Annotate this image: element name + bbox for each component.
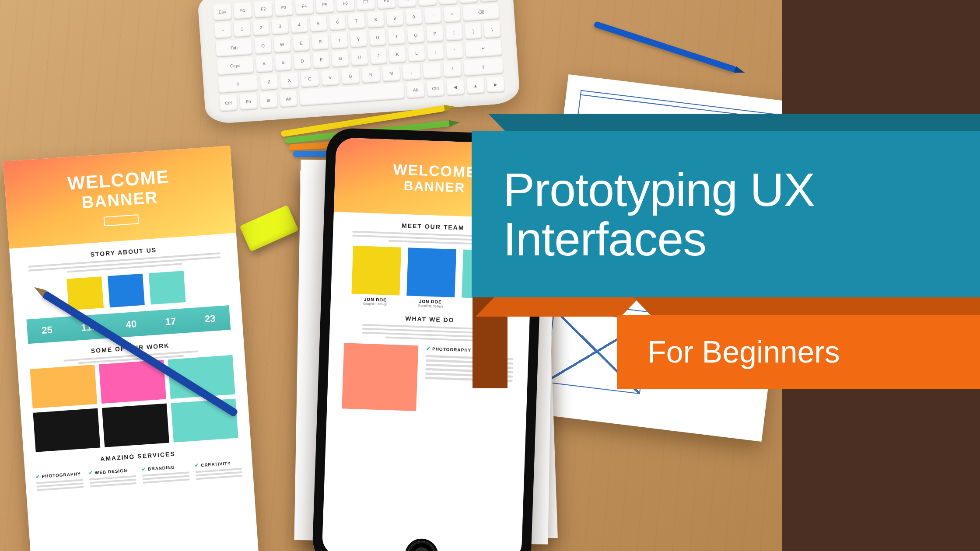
service-name: CREATIVITY [201, 461, 231, 468]
title-bar-front-face: For Beginners [617, 315, 980, 389]
wwd-image [342, 343, 418, 411]
wwd-item-title: PHOTOGRAPHY [432, 346, 472, 352]
stat: 23 [204, 313, 216, 325]
course-subtitle: For Beginners [648, 335, 840, 370]
mockup-banner: WELCOME BANNER [3, 146, 236, 249]
title-bar-sub: For Beginners [617, 297, 980, 389]
title-bar-top-face [634, 297, 980, 315]
service-name: BRANDING [148, 465, 175, 471]
title-bar-main: Prototyping UX Interfaces [472, 114, 980, 297]
title-bar-top-face [488, 114, 980, 131]
banner-text: BANNER [403, 178, 465, 195]
service-name: WEB DESIGN [94, 468, 127, 475]
service-name: PHOTOGRAPHY [42, 471, 81, 479]
title-bar-front-face: Prototyping UX Interfaces [472, 131, 980, 297]
pencil-blue [593, 21, 737, 73]
eraser-prop [239, 205, 299, 251]
banner-text: WELCOME [393, 160, 477, 181]
keyboard-prop: EscF1F2F3F4F5F6F7F8F9F10F11F12Del ~12345… [197, 0, 520, 125]
stat: 25 [41, 324, 52, 336]
stat: 40 [126, 318, 137, 331]
mock-button [103, 214, 139, 227]
stat: 17 [165, 316, 176, 328]
course-title: Prototyping UX Interfaces [503, 165, 980, 264]
